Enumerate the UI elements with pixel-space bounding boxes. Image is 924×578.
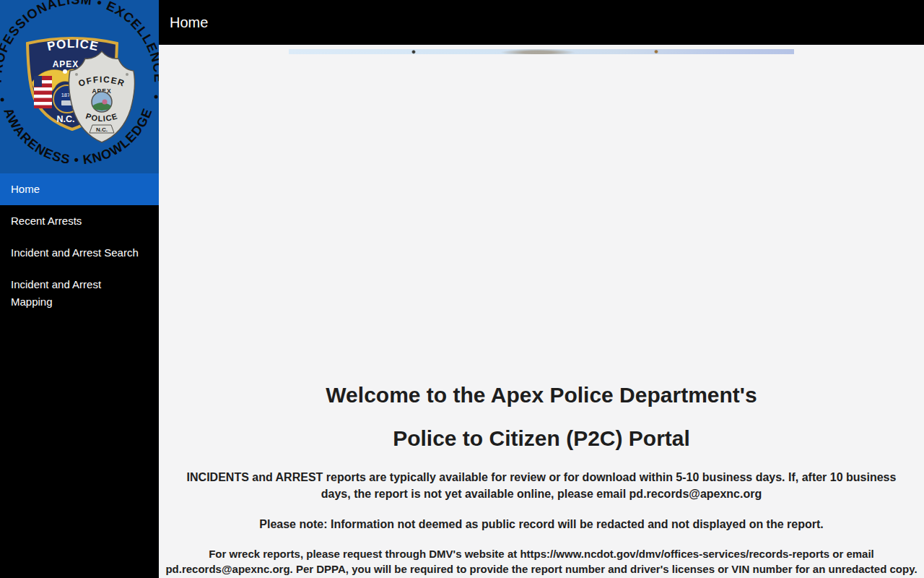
info-paragraph-redaction: Please note: Information not deemed as p… <box>179 516 905 532</box>
sidebar-item-recent-arrests[interactable]: Recent Arrests <box>0 205 159 237</box>
topbar: Home <box>159 0 924 45</box>
banner-image <box>289 49 794 54</box>
page-title: Home <box>170 0 208 45</box>
info-paragraph-wreck-reports: For wreck reports, please request throug… <box>162 546 921 577</box>
sidebar-nav: Home Recent Arrests Incident and Arrest … <box>0 173 159 318</box>
motto-bullet-right <box>154 95 158 99</box>
main-region: Home Welcome to the Apex Police Departme… <box>159 0 924 578</box>
sidebar: PROFESSIONALISM • EXCELLENCE AWARENESS •… <box>0 0 159 578</box>
welcome-section: Welcome to the Apex Police Department's … <box>159 384 924 577</box>
app-root: PROFESSIONALISM • EXCELLENCE AWARENESS •… <box>0 0 924 578</box>
sidebar-item-incident-arrest-mapping[interactable]: Incident and Arrest Mapping <box>0 269 159 318</box>
apex-police-emblem-icon: PROFESSIONALISM • EXCELLENCE AWARENESS •… <box>0 0 159 173</box>
sidebar-item-label: Incident and Arrest Mapping <box>11 276 128 311</box>
sidebar-item-home[interactable]: Home <box>0 173 159 205</box>
info-paragraph-reports: INCIDENTS and ARREST reports are typical… <box>179 469 905 502</box>
badge-nc-text: N.C. <box>96 126 108 133</box>
motto-bullet-left <box>1 98 4 102</box>
welcome-heading-line2: Police to Citizen (P2C) Portal <box>159 427 924 449</box>
patch-apex-text: APEX <box>53 59 79 69</box>
badge-center-seal <box>92 92 112 112</box>
patch-nc-text: N.C. <box>57 114 75 124</box>
sidebar-item-incident-arrest-search[interactable]: Incident and Arrest Search <box>0 237 159 269</box>
content: Welcome to the Apex Police Department's … <box>159 45 924 578</box>
department-logo: PROFESSIONALISM • EXCELLENCE AWARENESS •… <box>0 0 159 173</box>
us-flag-icon <box>34 76 52 108</box>
welcome-heading-line1: Welcome to the Apex Police Department's <box>159 384 924 406</box>
